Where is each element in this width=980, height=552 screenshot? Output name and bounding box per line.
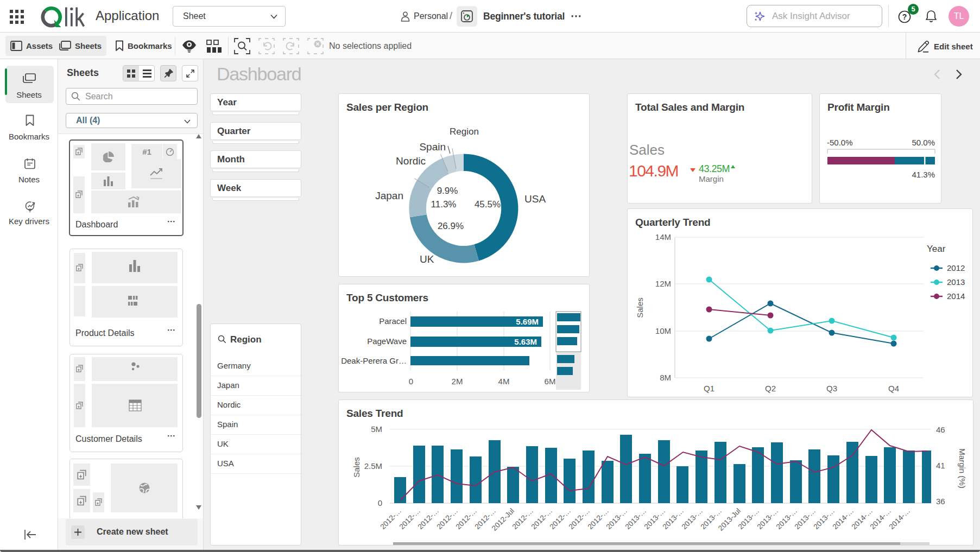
svg-text:Margin (%): Margin (%) [958, 448, 967, 488]
svg-text:5M: 5M [371, 424, 382, 434]
svg-text:6M: 6M [545, 377, 556, 386]
svg-text:Region: Region [450, 126, 479, 137]
svg-text:?: ? [902, 12, 907, 21]
svg-text:Japan: Japan [375, 190, 403, 201]
svg-text:Q4: Q4 [888, 384, 899, 393]
svg-text:USA: USA [524, 193, 546, 205]
svg-text:12M: 12M [655, 279, 671, 288]
svg-text:Deak-Perera Gr…: Deak-Perera Gr… [341, 356, 407, 365]
svg-text:26.9%: 26.9% [438, 221, 464, 231]
svg-text:46: 46 [936, 425, 945, 434]
svg-text:2012: 2012 [947, 263, 965, 272]
svg-text:PageWave: PageWave [367, 337, 407, 346]
svg-text:Spain: Spain [419, 141, 446, 153]
svg-text:41.3%: 41.3% [912, 170, 935, 179]
svg-text:2013: 2013 [947, 277, 965, 287]
svg-text:2.5M: 2.5M [364, 461, 382, 471]
svg-text:2M: 2M [452, 377, 463, 386]
svg-text:9.9%: 9.9% [437, 186, 458, 196]
svg-text:41: 41 [936, 461, 945, 470]
svg-text:5.69M: 5.69M [516, 317, 539, 326]
svg-text:2014: 2014 [947, 291, 965, 301]
svg-text:Nordic: Nordic [396, 155, 426, 167]
svg-text:45.5%: 45.5% [475, 199, 501, 210]
svg-text:50.0%: 50.0% [912, 138, 935, 147]
svg-text:11.3%: 11.3% [431, 199, 457, 210]
svg-text:0: 0 [409, 377, 413, 386]
svg-text:Year: Year [927, 244, 946, 254]
svg-text:8M: 8M [660, 373, 671, 382]
svg-text:Q1: Q1 [704, 384, 715, 393]
svg-text:Q2: Q2 [765, 384, 776, 393]
svg-text:4M: 4M [498, 377, 510, 386]
svg-text:10M: 10M [655, 326, 671, 335]
svg-text:UK: UK [420, 253, 434, 265]
svg-text:5.63M: 5.63M [514, 337, 537, 346]
svg-text:36: 36 [936, 497, 945, 506]
svg-text:Sales: Sales [352, 457, 361, 478]
svg-text:Paracel: Paracel [379, 316, 407, 326]
svg-text:-50.0%: -50.0% [827, 138, 853, 147]
svg-text:2014-…: 2014-… [888, 507, 912, 531]
svg-text:Sales: Sales [635, 297, 644, 318]
svg-text:0: 0 [378, 498, 382, 507]
svg-text:Q3: Q3 [826, 384, 837, 393]
svg-text:14M: 14M [655, 232, 671, 242]
